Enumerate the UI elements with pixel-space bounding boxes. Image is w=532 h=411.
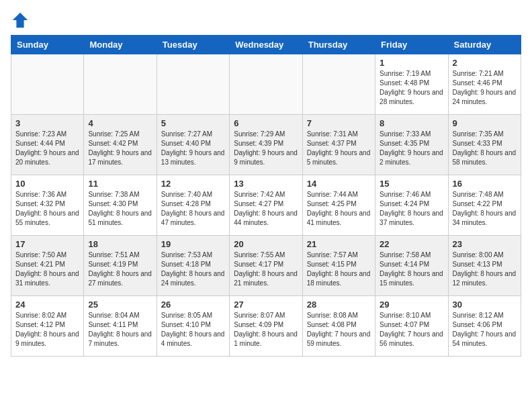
day-number: 7: [307, 118, 371, 128]
calendar-cell: [230, 54, 302, 115]
day-number: 24: [15, 300, 79, 310]
day-number: 16: [453, 179, 517, 189]
calendar-cell: 20Sunrise: 7:55 AM Sunset: 4:17 PM Dayli…: [230, 236, 302, 296]
calendar-cell: 9Sunrise: 7:35 AM Sunset: 4:33 PM Daylig…: [448, 115, 521, 175]
day-info: Sunrise: 8:08 AM Sunset: 4:08 PM Dayligh…: [307, 311, 371, 349]
day-info: Sunrise: 7:40 AM Sunset: 4:28 PM Dayligh…: [161, 190, 225, 228]
calendar-cell: 3Sunrise: 7:23 AM Sunset: 4:44 PM Daylig…: [11, 115, 84, 175]
day-info: Sunrise: 8:02 AM Sunset: 4:12 PM Dayligh…: [15, 311, 79, 349]
calendar-cell: 1Sunrise: 7:19 AM Sunset: 4:48 PM Daylig…: [375, 54, 448, 115]
day-info: Sunrise: 7:55 AM Sunset: 4:17 PM Dayligh…: [234, 250, 298, 288]
day-info: Sunrise: 7:57 AM Sunset: 4:15 PM Dayligh…: [307, 250, 371, 288]
calendar-cell: 10Sunrise: 7:36 AM Sunset: 4:32 PM Dayli…: [11, 175, 84, 236]
day-info: Sunrise: 7:50 AM Sunset: 4:21 PM Dayligh…: [15, 250, 79, 288]
column-header-tuesday: Tuesday: [157, 36, 229, 54]
calendar-cell: [302, 54, 375, 115]
day-number: 21: [307, 239, 371, 249]
day-number: 14: [307, 179, 371, 189]
day-info: Sunrise: 7:35 AM Sunset: 4:33 PM Dayligh…: [453, 130, 517, 167]
day-info: Sunrise: 8:10 AM Sunset: 4:07 PM Dayligh…: [380, 311, 443, 349]
day-number: 12: [161, 179, 225, 189]
logo-icon: [11, 11, 30, 30]
day-info: Sunrise: 7:58 AM Sunset: 4:14 PM Dayligh…: [380, 250, 443, 288]
calendar-cell: 17Sunrise: 7:50 AM Sunset: 4:21 PM Dayli…: [11, 236, 84, 296]
day-number: 19: [161, 239, 225, 249]
calendar-cell: 2Sunrise: 7:21 AM Sunset: 4:46 PM Daylig…: [448, 54, 521, 115]
day-info: Sunrise: 7:36 AM Sunset: 4:32 PM Dayligh…: [15, 190, 79, 228]
calendar-cell: 27Sunrise: 8:07 AM Sunset: 4:09 PM Dayli…: [230, 296, 302, 357]
page-header: [11, 11, 521, 30]
calendar-cell: 26Sunrise: 8:05 AM Sunset: 4:10 PM Dayli…: [157, 296, 229, 357]
calendar-cell: 24Sunrise: 8:02 AM Sunset: 4:12 PM Dayli…: [11, 296, 84, 357]
calendar-week-row: 1Sunrise: 7:19 AM Sunset: 4:48 PM Daylig…: [11, 54, 521, 115]
calendar-week-row: 17Sunrise: 7:50 AM Sunset: 4:21 PM Dayli…: [11, 236, 521, 296]
day-number: 28: [307, 300, 371, 310]
calendar-cell: 4Sunrise: 7:25 AM Sunset: 4:42 PM Daylig…: [84, 115, 157, 175]
calendar-header-row: SundayMondayTuesdayWednesdayThursdayFrid…: [11, 36, 521, 54]
calendar-cell: [11, 54, 84, 115]
calendar-cell: 19Sunrise: 7:53 AM Sunset: 4:18 PM Dayli…: [157, 236, 229, 296]
calendar-cell: 5Sunrise: 7:27 AM Sunset: 4:40 PM Daylig…: [157, 115, 229, 175]
day-info: Sunrise: 7:48 AM Sunset: 4:22 PM Dayligh…: [453, 190, 517, 228]
day-info: Sunrise: 7:51 AM Sunset: 4:19 PM Dayligh…: [88, 250, 152, 288]
day-info: Sunrise: 8:00 AM Sunset: 4:13 PM Dayligh…: [453, 250, 517, 288]
day-info: Sunrise: 8:05 AM Sunset: 4:10 PM Dayligh…: [161, 311, 225, 349]
calendar-table: SundayMondayTuesdayWednesdayThursdayFrid…: [11, 35, 521, 357]
day-info: Sunrise: 7:19 AM Sunset: 4:48 PM Dayligh…: [380, 69, 443, 107]
calendar-cell: 11Sunrise: 7:38 AM Sunset: 4:30 PM Dayli…: [84, 175, 157, 236]
day-number: 18: [88, 239, 152, 249]
day-info: Sunrise: 7:46 AM Sunset: 4:24 PM Dayligh…: [380, 190, 443, 228]
day-number: 26: [161, 300, 225, 310]
day-number: 23: [453, 239, 517, 249]
column-header-monday: Monday: [84, 36, 157, 54]
day-info: Sunrise: 7:42 AM Sunset: 4:27 PM Dayligh…: [234, 190, 298, 228]
day-number: 4: [88, 118, 152, 128]
day-info: Sunrise: 7:25 AM Sunset: 4:42 PM Dayligh…: [88, 130, 152, 167]
day-number: 9: [453, 118, 517, 128]
calendar-cell: 12Sunrise: 7:40 AM Sunset: 4:28 PM Dayli…: [157, 175, 229, 236]
day-number: 30: [453, 300, 517, 310]
calendar-cell: 22Sunrise: 7:58 AM Sunset: 4:14 PM Dayli…: [375, 236, 448, 296]
day-number: 22: [380, 239, 443, 249]
calendar-cell: 30Sunrise: 8:12 AM Sunset: 4:06 PM Dayli…: [448, 296, 521, 357]
calendar-cell: 15Sunrise: 7:46 AM Sunset: 4:24 PM Dayli…: [375, 175, 448, 236]
calendar-cell: 7Sunrise: 7:31 AM Sunset: 4:37 PM Daylig…: [302, 115, 375, 175]
calendar-cell: [157, 54, 229, 115]
day-info: Sunrise: 7:23 AM Sunset: 4:44 PM Dayligh…: [15, 130, 79, 167]
day-number: 15: [380, 179, 443, 189]
column-header-wednesday: Wednesday: [230, 36, 302, 54]
day-info: Sunrise: 8:07 AM Sunset: 4:09 PM Dayligh…: [234, 311, 298, 349]
day-info: Sunrise: 7:31 AM Sunset: 4:37 PM Dayligh…: [307, 130, 371, 167]
calendar-cell: 6Sunrise: 7:29 AM Sunset: 4:39 PM Daylig…: [230, 115, 302, 175]
day-number: 5: [161, 118, 225, 128]
calendar-cell: 25Sunrise: 8:04 AM Sunset: 4:11 PM Dayli…: [84, 296, 157, 357]
day-info: Sunrise: 7:21 AM Sunset: 4:46 PM Dayligh…: [453, 69, 517, 107]
day-info: Sunrise: 8:04 AM Sunset: 4:11 PM Dayligh…: [88, 311, 152, 349]
calendar-week-row: 10Sunrise: 7:36 AM Sunset: 4:32 PM Dayli…: [11, 175, 521, 236]
day-number: 3: [15, 118, 79, 128]
calendar-cell: 23Sunrise: 8:00 AM Sunset: 4:13 PM Dayli…: [448, 236, 521, 296]
calendar-cell: 13Sunrise: 7:42 AM Sunset: 4:27 PM Dayli…: [230, 175, 302, 236]
day-info: Sunrise: 7:27 AM Sunset: 4:40 PM Dayligh…: [161, 130, 225, 167]
calendar-week-row: 3Sunrise: 7:23 AM Sunset: 4:44 PM Daylig…: [11, 115, 521, 175]
day-number: 11: [88, 179, 152, 189]
calendar-cell: 16Sunrise: 7:48 AM Sunset: 4:22 PM Dayli…: [448, 175, 521, 236]
day-info: Sunrise: 7:29 AM Sunset: 4:39 PM Dayligh…: [234, 130, 298, 167]
calendar-cell: 8Sunrise: 7:33 AM Sunset: 4:35 PM Daylig…: [375, 115, 448, 175]
day-number: 29: [380, 300, 443, 310]
calendar-week-row: 24Sunrise: 8:02 AM Sunset: 4:12 PM Dayli…: [11, 296, 521, 357]
day-info: Sunrise: 8:12 AM Sunset: 4:06 PM Dayligh…: [453, 311, 517, 349]
calendar-cell: 21Sunrise: 7:57 AM Sunset: 4:15 PM Dayli…: [302, 236, 375, 296]
day-number: 1: [380, 58, 443, 68]
calendar-cell: 29Sunrise: 8:10 AM Sunset: 4:07 PM Dayli…: [375, 296, 448, 357]
day-number: 20: [234, 239, 298, 249]
day-info: Sunrise: 7:44 AM Sunset: 4:25 PM Dayligh…: [307, 190, 371, 228]
day-number: 13: [234, 179, 298, 189]
day-info: Sunrise: 7:38 AM Sunset: 4:30 PM Dayligh…: [88, 190, 152, 228]
day-number: 8: [380, 118, 443, 128]
logo: [11, 11, 31, 30]
calendar-cell: [84, 54, 157, 115]
column-header-sunday: Sunday: [11, 36, 84, 54]
day-info: Sunrise: 7:53 AM Sunset: 4:18 PM Dayligh…: [161, 250, 225, 288]
calendar-cell: 18Sunrise: 7:51 AM Sunset: 4:19 PM Dayli…: [84, 236, 157, 296]
